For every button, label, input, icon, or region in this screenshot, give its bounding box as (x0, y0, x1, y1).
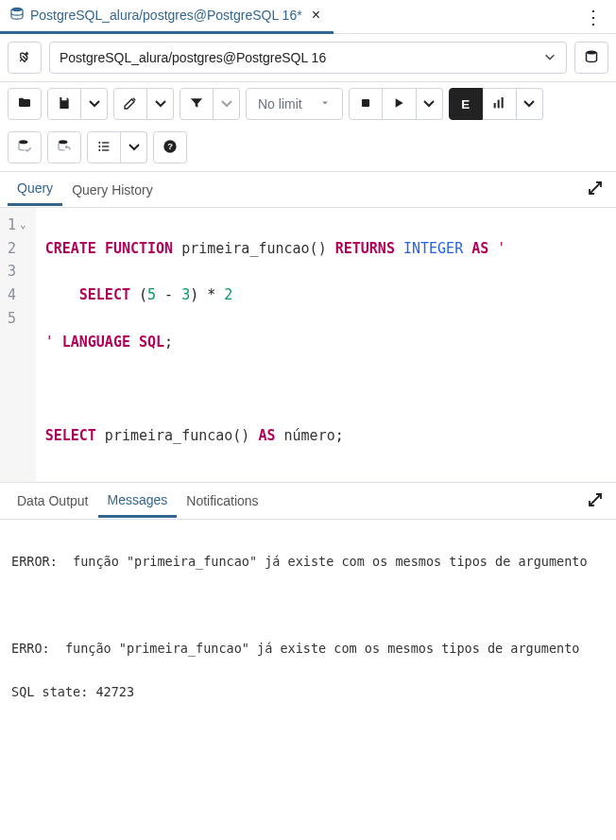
macros-dropdown-button[interactable] (121, 131, 147, 163)
expand-icon (588, 183, 603, 198)
connection-status-button[interactable] (8, 42, 42, 74)
chevron-down-icon (87, 95, 102, 113)
explain-label: E (461, 97, 470, 111)
tab-bar: PostgreSQL_alura/postgres@PostgreSQL 16*… (0, 0, 616, 34)
svg-point-7 (59, 140, 67, 144)
help-button[interactable]: ? (153, 131, 187, 163)
svg-text:?: ? (167, 142, 173, 151)
chevron-down-icon (421, 95, 436, 113)
svg-rect-5 (502, 97, 504, 108)
stop-button[interactable] (349, 88, 383, 120)
list-icon (96, 139, 111, 157)
svg-point-10 (98, 146, 100, 147)
explain-button[interactable]: E (449, 88, 483, 120)
tab-title: PostgreSQL_alura/postgres@PostgreSQL 16* (30, 8, 302, 23)
commit-button[interactable] (8, 131, 42, 163)
execute-group (349, 88, 443, 120)
chevron-down-icon (522, 95, 537, 113)
stop-icon (358, 95, 373, 113)
edit-dropdown-button[interactable] (147, 88, 174, 120)
save-icon (57, 95, 72, 113)
toolbar-row-2: ? (0, 126, 616, 172)
chart-icon (491, 95, 506, 113)
svg-rect-9 (102, 142, 109, 143)
analyze-button[interactable] (483, 88, 517, 120)
filter-button[interactable] (180, 88, 214, 120)
chevron-down-icon (219, 95, 234, 113)
svg-rect-4 (498, 99, 500, 108)
sql-state-line: SQL state: 42723 (11, 681, 605, 703)
connection-row: PostgreSQL_alura/postgres@PostgreSQL 16 (0, 34, 616, 82)
macros-group (87, 131, 147, 163)
close-tab-button[interactable]: × (308, 7, 324, 24)
line-gutter: 1⌄ 2⌄ 3⌄ 4⌄ 5⌄ (0, 208, 36, 482)
fold-icon[interactable]: ⌄ (20, 216, 26, 233)
chevron-down-icon (543, 50, 556, 66)
plug-icon (17, 49, 32, 67)
tab-query[interactable]: Query (8, 173, 62, 206)
limit-select[interactable]: No limit (246, 88, 343, 120)
edit-button[interactable] (113, 88, 147, 120)
rollback-button[interactable] (47, 131, 81, 163)
db-check-icon (17, 139, 32, 157)
help-icon: ? (163, 139, 178, 157)
run-button[interactable] (383, 88, 417, 120)
svg-rect-2 (362, 99, 369, 107)
chevron-down-icon (127, 139, 142, 157)
filter-dropdown-button[interactable] (214, 88, 240, 120)
database-icon (584, 49, 599, 67)
toolbar-row-1: No limit E (0, 82, 616, 126)
connection-select[interactable]: PostgreSQL_alura/postgres@PostgreSQL 16 (49, 42, 567, 74)
folder-icon (17, 95, 32, 113)
filter-icon (189, 95, 204, 113)
svg-point-6 (19, 140, 27, 144)
expand-editor-button[interactable] (582, 175, 608, 204)
new-connection-button[interactable] (574, 42, 608, 74)
svg-rect-11 (102, 146, 109, 146)
svg-point-8 (98, 142, 100, 144)
filter-group (180, 88, 240, 120)
edit-group (113, 88, 174, 120)
error-line-1: ERROR: função "primeira_funcao" já exist… (11, 551, 605, 573)
tab-data-output[interactable]: Data Output (8, 486, 98, 516)
chevron-down-icon (153, 95, 168, 113)
explain-dropdown-button[interactable] (517, 88, 543, 120)
tab-query-history[interactable]: Query History (62, 175, 163, 205)
expand-output-button[interactable] (582, 487, 608, 516)
database-icon (9, 7, 25, 25)
svg-point-0 (11, 7, 23, 10)
svg-rect-3 (494, 103, 496, 108)
sql-editor[interactable]: 1⌄ 2⌄ 3⌄ 4⌄ 5⌄ CREATE FUNCTION primeira_… (0, 208, 616, 482)
svg-point-12 (98, 149, 100, 151)
tab-messages[interactable]: Messages (98, 485, 178, 518)
open-file-button[interactable] (8, 88, 42, 120)
tab-menu-button[interactable]: ⋮ (571, 6, 616, 28)
connection-label: PostgreSQL_alura/postgres@PostgreSQL 16 (60, 50, 326, 65)
save-button[interactable] (47, 88, 81, 120)
caret-down-icon (319, 96, 331, 111)
messages-panel: ERROR: função "primeira_funcao" já exist… (0, 520, 616, 733)
save-dropdown-button[interactable] (81, 88, 108, 120)
expand-icon (588, 495, 603, 510)
tab-notifications[interactable]: Notifications (177, 486, 267, 516)
connection-tab[interactable]: PostgreSQL_alura/postgres@PostgreSQL 16*… (0, 0, 334, 34)
explain-group: E (449, 88, 543, 120)
svg-rect-13 (102, 149, 109, 150)
query-tab-bar: Query Query History (0, 172, 616, 208)
pencil-icon (123, 95, 138, 113)
save-group (47, 88, 108, 120)
limit-label: No limit (258, 96, 302, 111)
db-undo-icon (57, 139, 72, 157)
play-icon (391, 95, 406, 113)
run-dropdown-button[interactable] (417, 88, 443, 120)
macros-button[interactable] (87, 131, 121, 163)
code-area[interactable]: CREATE FUNCTION primeira_funcao() RETURN… (36, 208, 516, 482)
svg-point-1 (587, 50, 597, 54)
error-line-2: ERRO: função "primeira_funcao" já existe… (11, 638, 605, 660)
